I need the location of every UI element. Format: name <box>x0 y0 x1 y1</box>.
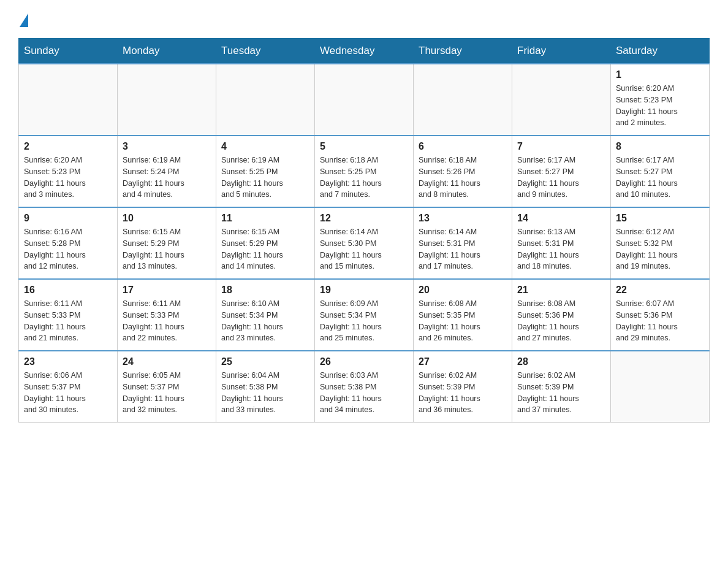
day-info: Sunrise: 6:03 AMSunset: 5:38 PMDaylight:… <box>320 370 408 416</box>
calendar-day-cell: 17Sunrise: 6:11 AMSunset: 5:33 PMDayligh… <box>118 279 216 351</box>
calendar-day-cell: 2Sunrise: 6:20 AMSunset: 5:23 PMDaylight… <box>19 136 118 207</box>
calendar-week-row: 1Sunrise: 6:20 AMSunset: 5:23 PMDaylight… <box>19 64 710 136</box>
calendar-day-cell <box>118 64 216 136</box>
day-number: 27 <box>419 356 507 367</box>
calendar-header-row: SundayMondayTuesdayWednesdayThursdayFrid… <box>19 39 710 64</box>
calendar-day-cell: 22Sunrise: 6:07 AMSunset: 5:36 PMDayligh… <box>611 279 710 351</box>
day-number: 14 <box>517 213 605 224</box>
day-info: Sunrise: 6:02 AMSunset: 5:39 PMDaylight:… <box>517 370 605 416</box>
calendar-day-cell: 16Sunrise: 6:11 AMSunset: 5:33 PMDayligh… <box>19 279 118 351</box>
calendar-day-cell: 28Sunrise: 6:02 AMSunset: 5:39 PMDayligh… <box>512 351 611 423</box>
calendar-day-cell: 19Sunrise: 6:09 AMSunset: 5:34 PMDayligh… <box>315 279 414 351</box>
page-header <box>18 12 710 26</box>
calendar-week-row: 16Sunrise: 6:11 AMSunset: 5:33 PMDayligh… <box>19 279 710 351</box>
day-info: Sunrise: 6:07 AMSunset: 5:36 PMDaylight:… <box>616 298 704 344</box>
calendar-day-cell <box>414 64 512 136</box>
day-number: 8 <box>616 141 704 152</box>
day-info: Sunrise: 6:19 AMSunset: 5:25 PMDaylight:… <box>221 155 309 201</box>
day-info: Sunrise: 6:08 AMSunset: 5:35 PMDaylight:… <box>419 298 507 344</box>
calendar-week-row: 2Sunrise: 6:20 AMSunset: 5:23 PMDaylight… <box>19 136 710 207</box>
day-of-week-header: Friday <box>512 39 611 64</box>
day-info: Sunrise: 6:20 AMSunset: 5:23 PMDaylight:… <box>616 83 704 129</box>
day-info: Sunrise: 6:17 AMSunset: 5:27 PMDaylight:… <box>517 155 605 201</box>
calendar-day-cell: 15Sunrise: 6:12 AMSunset: 5:32 PMDayligh… <box>611 207 710 279</box>
day-number: 7 <box>517 141 605 152</box>
day-info: Sunrise: 6:16 AMSunset: 5:28 PMDaylight:… <box>24 226 112 272</box>
calendar-day-cell: 10Sunrise: 6:15 AMSunset: 5:29 PMDayligh… <box>118 207 216 279</box>
calendar-day-cell: 13Sunrise: 6:14 AMSunset: 5:31 PMDayligh… <box>414 207 512 279</box>
calendar-day-cell: 6Sunrise: 6:18 AMSunset: 5:26 PMDaylight… <box>414 136 512 207</box>
day-number: 21 <box>517 285 605 296</box>
calendar-day-cell: 8Sunrise: 6:17 AMSunset: 5:27 PMDaylight… <box>611 136 710 207</box>
day-number: 1 <box>616 69 704 80</box>
day-info: Sunrise: 6:02 AMSunset: 5:39 PMDaylight:… <box>419 370 507 416</box>
calendar-day-cell: 4Sunrise: 6:19 AMSunset: 5:25 PMDaylight… <box>216 136 315 207</box>
day-number: 12 <box>320 213 408 224</box>
day-number: 24 <box>123 356 211 367</box>
calendar-day-cell <box>216 64 315 136</box>
day-info: Sunrise: 6:18 AMSunset: 5:25 PMDaylight:… <box>320 155 408 201</box>
day-number: 22 <box>616 285 704 296</box>
day-of-week-header: Monday <box>118 39 216 64</box>
calendar-day-cell: 26Sunrise: 6:03 AMSunset: 5:38 PMDayligh… <box>315 351 414 423</box>
day-info: Sunrise: 6:11 AMSunset: 5:33 PMDaylight:… <box>123 298 211 344</box>
day-number: 19 <box>320 285 408 296</box>
day-info: Sunrise: 6:13 AMSunset: 5:31 PMDaylight:… <box>517 226 605 272</box>
calendar-day-cell: 24Sunrise: 6:05 AMSunset: 5:37 PMDayligh… <box>118 351 216 423</box>
calendar-day-cell: 20Sunrise: 6:08 AMSunset: 5:35 PMDayligh… <box>414 279 512 351</box>
day-number: 23 <box>24 356 112 367</box>
calendar-day-cell: 1Sunrise: 6:20 AMSunset: 5:23 PMDaylight… <box>611 64 710 136</box>
day-of-week-header: Sunday <box>19 39 118 64</box>
calendar-day-cell <box>512 64 611 136</box>
day-info: Sunrise: 6:15 AMSunset: 5:29 PMDaylight:… <box>123 226 211 272</box>
calendar-day-cell: 18Sunrise: 6:10 AMSunset: 5:34 PMDayligh… <box>216 279 315 351</box>
day-info: Sunrise: 6:10 AMSunset: 5:34 PMDaylight:… <box>221 298 309 344</box>
day-info: Sunrise: 6:09 AMSunset: 5:34 PMDaylight:… <box>320 298 408 344</box>
calendar-day-cell: 12Sunrise: 6:14 AMSunset: 5:30 PMDayligh… <box>315 207 414 279</box>
calendar-day-cell: 25Sunrise: 6:04 AMSunset: 5:38 PMDayligh… <box>216 351 315 423</box>
calendar-day-cell: 5Sunrise: 6:18 AMSunset: 5:25 PMDaylight… <box>315 136 414 207</box>
day-info: Sunrise: 6:20 AMSunset: 5:23 PMDaylight:… <box>24 155 112 201</box>
calendar-week-row: 9Sunrise: 6:16 AMSunset: 5:28 PMDaylight… <box>19 207 710 279</box>
calendar-day-cell: 27Sunrise: 6:02 AMSunset: 5:39 PMDayligh… <box>414 351 512 423</box>
calendar-day-cell <box>611 351 710 423</box>
day-info: Sunrise: 6:14 AMSunset: 5:30 PMDaylight:… <box>320 226 408 272</box>
calendar-day-cell: 7Sunrise: 6:17 AMSunset: 5:27 PMDaylight… <box>512 136 611 207</box>
calendar-day-cell: 9Sunrise: 6:16 AMSunset: 5:28 PMDaylight… <box>19 207 118 279</box>
day-number: 9 <box>24 213 112 224</box>
day-number: 5 <box>320 141 408 152</box>
day-info: Sunrise: 6:17 AMSunset: 5:27 PMDaylight:… <box>616 155 704 201</box>
day-of-week-header: Wednesday <box>315 39 414 64</box>
calendar-day-cell: 3Sunrise: 6:19 AMSunset: 5:24 PMDaylight… <box>118 136 216 207</box>
day-of-week-header: Thursday <box>414 39 512 64</box>
calendar-day-cell: 23Sunrise: 6:06 AMSunset: 5:37 PMDayligh… <box>19 351 118 423</box>
day-info: Sunrise: 6:15 AMSunset: 5:29 PMDaylight:… <box>221 226 309 272</box>
day-number: 2 <box>24 141 112 152</box>
day-number: 11 <box>221 213 309 224</box>
calendar-day-cell <box>19 64 118 136</box>
day-info: Sunrise: 6:05 AMSunset: 5:37 PMDaylight:… <box>123 370 211 416</box>
day-number: 28 <box>517 356 605 367</box>
day-number: 25 <box>221 356 309 367</box>
calendar-week-row: 23Sunrise: 6:06 AMSunset: 5:37 PMDayligh… <box>19 351 710 423</box>
day-number: 16 <box>24 285 112 296</box>
day-number: 17 <box>123 285 211 296</box>
calendar-day-cell <box>315 64 414 136</box>
day-info: Sunrise: 6:08 AMSunset: 5:36 PMDaylight:… <box>517 298 605 344</box>
day-number: 10 <box>123 213 211 224</box>
day-info: Sunrise: 6:12 AMSunset: 5:32 PMDaylight:… <box>616 226 704 272</box>
day-of-week-header: Saturday <box>611 39 710 64</box>
day-of-week-header: Tuesday <box>216 39 315 64</box>
day-number: 20 <box>419 285 507 296</box>
day-info: Sunrise: 6:18 AMSunset: 5:26 PMDaylight:… <box>419 155 507 201</box>
logo-triangle-icon <box>20 13 28 27</box>
day-number: 6 <box>419 141 507 152</box>
calendar-day-cell: 21Sunrise: 6:08 AMSunset: 5:36 PMDayligh… <box>512 279 611 351</box>
calendar-day-cell: 14Sunrise: 6:13 AMSunset: 5:31 PMDayligh… <box>512 207 611 279</box>
day-info: Sunrise: 6:14 AMSunset: 5:31 PMDaylight:… <box>419 226 507 272</box>
day-number: 15 <box>616 213 704 224</box>
day-info: Sunrise: 6:06 AMSunset: 5:37 PMDaylight:… <box>24 370 112 416</box>
day-number: 18 <box>221 285 309 296</box>
day-number: 4 <box>221 141 309 152</box>
logo <box>18 12 28 26</box>
